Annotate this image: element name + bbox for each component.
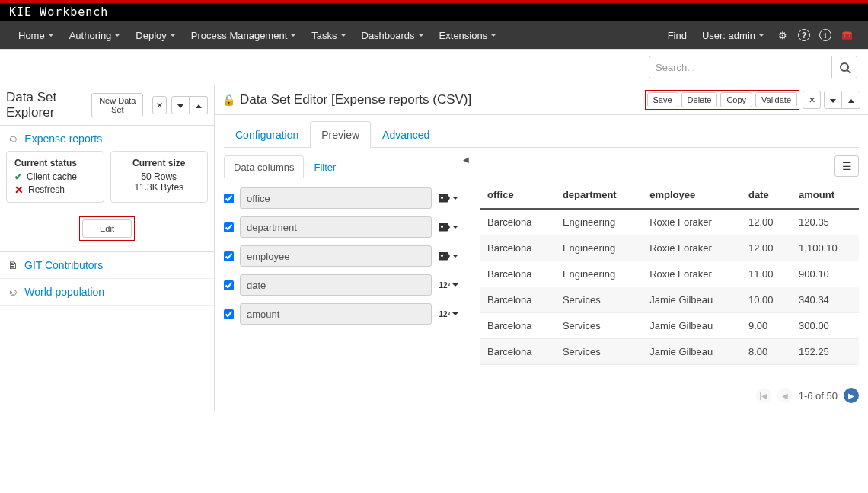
column-name-input[interactable] <box>240 274 432 296</box>
editor-menu-button[interactable] <box>824 91 842 109</box>
column-checkbox[interactable] <box>224 280 234 290</box>
table-cell: 1,100.10 <box>791 235 859 261</box>
table-cell: Jamie Gilbeau <box>642 313 741 339</box>
close-panel-button[interactable] <box>152 96 167 114</box>
nav-item-process-management[interactable]: Process Management <box>183 21 304 49</box>
gear-icon[interactable] <box>772 30 793 41</box>
table-row[interactable]: BarcelonaServicesJamie Gilbeau8.00152.25 <box>480 339 859 365</box>
collapse-panel-button[interactable] <box>190 96 208 114</box>
column-type-button[interactable] <box>438 192 460 205</box>
table-row[interactable]: BarcelonaEngineeringRoxie Foraker11.0090… <box>480 261 859 287</box>
chevron-up-icon <box>196 101 202 110</box>
tab-configuration[interactable]: Configuration <box>224 121 310 148</box>
save-button[interactable]: Save <box>647 92 678 107</box>
table-cell: Roxie Foraker <box>642 261 741 287</box>
dataset-icon <box>8 286 18 298</box>
table-cell: Services <box>555 313 642 339</box>
search-row <box>0 49 868 85</box>
column-row-date: 12³ <box>224 274 460 296</box>
nav-item-extensions[interactable]: Extensions <box>432 21 505 49</box>
column-header-office[interactable]: office <box>480 181 555 209</box>
copy-button[interactable]: Copy <box>720 92 752 107</box>
help-icon[interactable] <box>793 29 815 41</box>
column-checkbox[interactable] <box>224 222 234 232</box>
subtab-data-columns[interactable]: Data columns <box>224 155 304 178</box>
size-head: Current size <box>119 158 200 168</box>
column-type-button[interactable] <box>438 221 460 234</box>
validate-button[interactable]: Validate <box>755 92 797 107</box>
data-set-explorer: Data Set Explorer New Data Set Expense r… <box>0 85 215 411</box>
table-cell: 10.00 <box>741 287 791 313</box>
column-checkbox[interactable] <box>224 251 234 261</box>
close-editor-button[interactable] <box>803 91 821 109</box>
column-header-amount[interactable]: amount <box>791 181 859 209</box>
data-table: officedepartmentemployeedateamount Barce… <box>480 181 859 365</box>
nav-find[interactable]: Find <box>660 21 694 49</box>
column-name-input[interactable] <box>240 245 432 267</box>
table-cell: Barcelona <box>480 339 555 365</box>
table-cell: 300.00 <box>791 313 859 339</box>
table-row[interactable]: BarcelonaServicesJamie Gilbeau10.00340.3… <box>480 287 859 313</box>
column-type-button[interactable]: 12³ <box>438 279 460 292</box>
subtab-filter[interactable]: Filter <box>304 155 346 178</box>
pager-next[interactable]: ▶ <box>844 388 859 403</box>
table-pane: ☰ officedepartmentemployeedateamount Bar… <box>469 155 859 403</box>
table-row[interactable]: BarcelonaEngineeringRoxie Foraker12.001,… <box>480 235 859 261</box>
column-checkbox[interactable] <box>224 309 234 319</box>
search-button[interactable] <box>831 56 857 78</box>
pager-prev[interactable]: ◀ <box>777 388 793 403</box>
explorer-item-expense-reports[interactable]: Expense reports <box>0 126 214 148</box>
explorer-item-git-contributors[interactable]: GIT Contributors <box>0 252 214 279</box>
collapse-editor-button[interactable] <box>842 91 860 109</box>
brand: KIE Workbench <box>0 3 868 21</box>
chevron-down-icon <box>830 95 836 104</box>
table-cell: Barcelona <box>480 209 555 235</box>
new-data-set-button[interactable]: New Data Set <box>91 93 143 117</box>
size-rows: 50 Rows <box>119 171 200 182</box>
splitter[interactable]: ◀ <box>460 155 469 403</box>
delete-button[interactable]: Delete <box>681 92 718 107</box>
explorer-item-label: World population <box>24 286 104 298</box>
table-cell: 152.25 <box>791 339 859 365</box>
nav-item-home[interactable]: Home <box>11 21 62 49</box>
column-header-date[interactable]: date <box>741 181 791 209</box>
nav-item-tasks[interactable]: Tasks <box>304 21 353 49</box>
nav-item-authoring[interactable]: Authoring <box>62 21 129 49</box>
nav-user[interactable]: User: admin <box>694 21 772 49</box>
table-row[interactable]: BarcelonaServicesJamie Gilbeau9.00300.00 <box>480 313 859 339</box>
table-row[interactable]: BarcelonaEngineeringRoxie Foraker12.0012… <box>480 209 859 235</box>
highlight-box: Edit <box>79 216 135 241</box>
panel-menu-button[interactable] <box>171 96 190 114</box>
status-client-cache: Client cache <box>27 171 77 182</box>
nav-item-dashboards[interactable]: Dashboards <box>354 21 432 49</box>
toolbox-icon[interactable] <box>836 30 857 40</box>
column-name-input[interactable] <box>240 187 432 209</box>
column-row-employee <box>224 245 460 267</box>
table-cell: Barcelona <box>480 261 555 287</box>
edit-button[interactable]: Edit <box>82 219 132 238</box>
column-name-input[interactable] <box>240 303 432 325</box>
table-cell: 8.00 <box>741 339 791 365</box>
column-type-button[interactable] <box>438 250 460 263</box>
column-header-employee[interactable]: employee <box>642 181 741 209</box>
table-cell: 12.00 <box>741 209 791 235</box>
nav-item-deploy[interactable]: Deploy <box>128 21 183 49</box>
column-checkbox[interactable] <box>224 194 234 203</box>
table-cell: 11.00 <box>741 261 791 287</box>
status-refresh: Resfresh <box>28 184 65 195</box>
column-name-input[interactable] <box>240 216 432 238</box>
explorer-item-world-population[interactable]: World population <box>0 279 214 306</box>
tab-preview[interactable]: Preview <box>310 121 371 148</box>
list-view-button[interactable]: ☰ <box>834 155 859 177</box>
info-icon[interactable] <box>815 29 836 41</box>
pager-first[interactable]: |◀ <box>756 388 771 403</box>
tab-advanced[interactable]: Advanced <box>371 121 441 148</box>
column-type-button[interactable]: 12³ <box>438 308 460 321</box>
label-type-icon <box>439 194 450 203</box>
table-cell: 340.34 <box>791 287 859 313</box>
table-cell: 9.00 <box>741 313 791 339</box>
table-cell: Services <box>555 339 642 365</box>
search-input[interactable] <box>649 56 831 78</box>
column-header-department[interactable]: department <box>555 181 642 209</box>
pager-status: 1-6 of 50 <box>799 390 838 402</box>
